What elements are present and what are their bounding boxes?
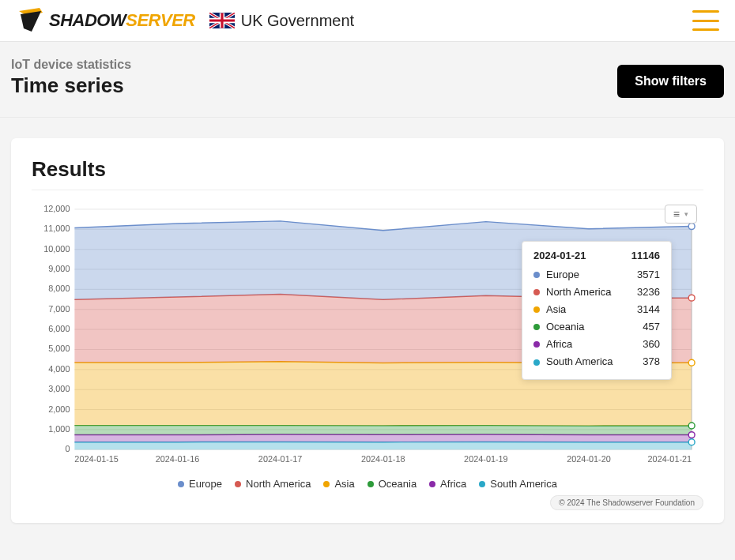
tooltip-row: Asia3144 [533,301,660,318]
svg-text:2024-01-17: 2024-01-17 [258,454,303,464]
show-filters-button[interactable]: Show filters [617,65,724,98]
legend-item[interactable]: Asia [323,478,354,490]
svg-point-44 [688,295,695,301]
svg-marker-38 [74,426,692,435]
svg-point-43 [688,224,695,230]
results-heading: Results [32,157,703,182]
svg-text:2024-01-21: 2024-01-21 [648,454,692,464]
svg-point-48 [688,439,695,445]
nav-left: SHADOWSERVER UK Government [16,8,354,33]
chart-menu-icon: ≡ [673,209,680,220]
svg-text:10,000: 10,000 [43,244,70,254]
page-subtitle: IoT device statistics [11,58,131,72]
page-titles: IoT device statistics Time series [11,58,131,98]
svg-point-47 [688,432,695,438]
chart-menu-button[interactable]: ≡ ▾ [665,205,697,224]
tooltip-row: Africa360 [533,336,660,353]
page-title: Time series [11,73,131,98]
legend-item[interactable]: Africa [429,478,466,490]
svg-marker-36 [74,442,692,449]
tooltip-row: North America3236 [533,284,660,301]
svg-text:8,000: 8,000 [48,284,70,293]
svg-text:1,000: 1,000 [48,424,70,434]
svg-point-45 [688,359,695,366]
svg-text:2024-01-18: 2024-01-18 [361,454,405,464]
chart-legend: EuropeNorth AmericaAsiaOceaniaAfricaSout… [32,478,703,490]
svg-text:9,000: 9,000 [48,264,70,273]
menu-hamburger-icon[interactable] [692,10,719,31]
top-nav: SHADOWSERVER UK Government [0,0,735,42]
divider [32,190,703,190]
chevron-down-icon: ▾ [684,211,688,218]
svg-text:2024-01-19: 2024-01-19 [464,454,508,464]
tooltip-row: Europe3571 [533,266,660,284]
svg-marker-37 [74,434,692,442]
svg-text:11,000: 11,000 [43,224,70,233]
chart-copyright: © 2024 The Shadowserver Foundation [32,494,703,509]
gov-badge[interactable]: UK Government [209,12,354,30]
svg-text:2024-01-20: 2024-01-20 [567,454,611,464]
svg-text:12,000: 12,000 [43,204,70,213]
uk-flag-icon [209,13,235,28]
page-header: IoT device statistics Time series Show f… [0,42,735,118]
tooltip-date: 2024-01-21 [533,250,586,261]
svg-text:6,000: 6,000 [48,324,70,333]
results-card: Results ≡ ▾ 01,0002,0003,0004,0005,0006,… [11,138,724,523]
legend-item[interactable]: Oceania [368,478,416,490]
svg-text:3,000: 3,000 [48,384,70,393]
tooltip-row: South America378 [533,353,660,370]
svg-text:2024-01-16: 2024-01-16 [156,454,200,464]
brand-logo[interactable]: SHADOWSERVER [16,8,195,33]
svg-text:0: 0 [65,444,70,453]
brand-text: SHADOWSERVER [49,10,195,31]
svg-text:2,000: 2,000 [48,404,70,414]
svg-text:4,000: 4,000 [48,364,70,374]
svg-text:2024-01-15: 2024-01-15 [74,454,119,464]
svg-marker-1 [21,11,41,32]
svg-text:7,000: 7,000 [48,304,70,314]
svg-text:5,000: 5,000 [48,344,70,353]
legend-item[interactable]: North America [235,478,311,490]
tooltip-row: Oceania457 [533,318,660,336]
legend-item[interactable]: South America [479,478,557,490]
chart-tooltip: 2024-01-21 11146 Europe3571North America… [522,241,672,380]
shadowserver-icon [16,8,44,33]
legend-item[interactable]: Europe [178,478,222,490]
tooltip-total: 11146 [631,250,660,261]
gov-label: UK Government [241,12,354,30]
chart-container: ≡ ▾ 01,0002,0003,0004,0005,0006,0007,000… [32,203,703,468]
svg-point-46 [688,423,695,429]
